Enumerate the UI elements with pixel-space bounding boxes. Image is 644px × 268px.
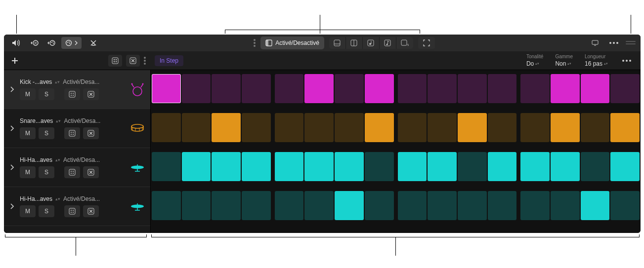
step-cell[interactable] [398,74,427,103]
step-cell[interactable] [152,113,181,142]
view-note2-button[interactable] [380,37,396,49]
step-cell[interactable] [152,191,181,220]
clear-row-button[interactable] [83,166,99,178]
step-cell[interactable] [182,113,211,142]
step-cell[interactable] [242,152,271,181]
solo-button[interactable]: S [39,205,54,217]
length-param[interactable]: Longueur 16 pas▴▾ [585,54,608,67]
resize-handle-icon[interactable] [626,41,636,45]
drag-handle-icon[interactable] [254,39,256,47]
step-cell[interactable] [275,74,304,103]
step-cell[interactable] [242,191,271,220]
step-cell[interactable] [520,113,550,142]
track-header[interactable]: Hi-Ha...aves▴▾Activé/Desa...MS [4,148,150,187]
clear-row-button[interactable] [83,127,99,139]
stepper-icon[interactable]: ▴▾ [55,81,60,83]
step-cell[interactable] [610,152,640,181]
step-cell[interactable] [212,191,241,220]
step-cell[interactable] [428,74,457,103]
palette-mode-button[interactable] [44,37,58,49]
volume-icon[interactable] [9,37,23,49]
disclosure-chevron-icon[interactable] [4,109,20,148]
randomize-button[interactable] [108,55,122,67]
display-toggle-button[interactable] [588,37,602,49]
view-stacked-button[interactable] [329,37,346,49]
mute-button[interactable]: M [20,88,36,100]
step-cell[interactable] [458,152,487,181]
view-note-button[interactable] [363,37,380,49]
mute-button[interactable]: M [20,205,36,217]
step-cell[interactable] [520,152,550,181]
step-cell[interactable] [520,74,550,103]
step-cell[interactable] [610,191,640,220]
step-cell[interactable] [610,113,640,142]
step-cell[interactable] [488,191,517,220]
step-cell[interactable] [182,74,211,103]
step-cell[interactable] [365,152,394,181]
step-cell[interactable] [398,113,427,142]
randomize-row-button[interactable] [64,205,80,217]
palette-active-button[interactable] [61,37,82,49]
step-cell[interactable] [304,191,334,220]
solo-button[interactable]: S [39,88,54,100]
step-cell[interactable] [458,74,487,103]
edit-mode-toggle[interactable]: Activé/Desactivé [260,37,324,49]
step-cell[interactable] [304,113,334,142]
clear-row-button[interactable] [83,205,99,217]
step-cell[interactable] [551,191,580,220]
step-cell[interactable] [365,191,394,220]
clear-row-button[interactable] [83,88,99,100]
step-cell[interactable] [335,191,364,220]
step-cell[interactable] [275,191,304,220]
track-header[interactable]: Kick -...aves▴▾Activé/Desa...MS [4,70,150,109]
step-cell[interactable] [304,74,334,103]
solo-button[interactable]: S [39,166,54,178]
mute-button[interactable]: M [20,166,36,178]
step-cell[interactable] [275,113,304,142]
in-step-indicator[interactable]: In Step [155,55,183,66]
clear-button[interactable] [126,55,140,67]
step-cell[interactable] [428,152,457,181]
more-menu-button[interactable] [607,37,621,49]
step-cell[interactable] [551,152,580,181]
step-cell[interactable] [182,191,211,220]
randomize-row-button[interactable] [64,166,80,178]
track-header[interactable]: Snare...aves▴▾Activé/Desa...MS [4,109,150,148]
step-cell[interactable] [428,113,457,142]
track-menu-button[interactable] [144,57,146,65]
step-cell[interactable] [610,74,640,103]
step-cell[interactable] [581,191,610,220]
step-cell[interactable] [581,113,610,142]
close-x-button[interactable] [86,37,100,49]
step-cell[interactable] [428,191,457,220]
view-split-button[interactable] [346,37,363,49]
step-cell[interactable] [242,113,271,142]
step-cell[interactable] [335,152,364,181]
tonality-param[interactable]: Tonalité Do▴▾ [526,54,543,67]
step-cell[interactable] [212,152,241,181]
step-cell[interactable] [182,152,211,181]
step-cell[interactable] [488,74,517,103]
disclosure-chevron-icon[interactable] [4,187,20,226]
step-cell[interactable] [212,113,241,142]
step-cell[interactable] [152,152,181,181]
focus-mode-button[interactable] [418,37,435,49]
step-cell[interactable] [365,74,394,103]
pattern-more-button[interactable] [620,55,634,67]
scale-param[interactable]: Gamme Non▴▾ [555,54,573,67]
disclosure-chevron-icon[interactable] [4,70,20,109]
view-save-button[interactable]: Sva [396,37,413,49]
step-cell[interactable] [488,113,517,142]
stepper-icon[interactable]: ▴▾ [55,159,60,161]
add-track-button[interactable] [9,55,21,67]
stepper-icon[interactable]: ▴▾ [56,120,61,122]
solo-button[interactable]: S [39,127,54,139]
disclosure-chevron-icon[interactable] [4,148,20,187]
region-mode-button[interactable]: R [28,37,42,49]
step-cell[interactable] [458,191,487,220]
step-cell[interactable] [365,113,394,142]
track-header[interactable]: Hi-Ha...aves▴▾Activé/Desa...MS [4,187,150,226]
step-cell[interactable] [551,113,580,142]
mute-button[interactable]: M [20,127,36,139]
step-cell[interactable] [581,152,610,181]
